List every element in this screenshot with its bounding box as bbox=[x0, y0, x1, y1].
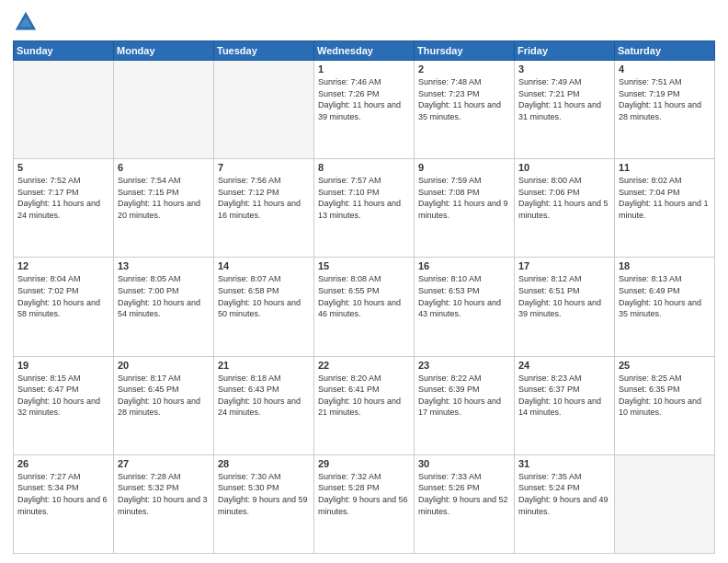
day-cell: 9Sunrise: 7:59 AM Sunset: 7:08 PM Daylig… bbox=[415, 159, 515, 258]
week-row-4: 26Sunrise: 7:27 AM Sunset: 5:34 PM Dayli… bbox=[14, 454, 715, 553]
day-info: Sunrise: 8:12 AM Sunset: 6:51 PM Dayligh… bbox=[518, 273, 610, 319]
day-cell: 23Sunrise: 8:22 AM Sunset: 6:39 PM Dayli… bbox=[415, 356, 515, 454]
day-info: Sunrise: 8:05 AM Sunset: 7:00 PM Dayligh… bbox=[118, 273, 210, 319]
day-number: 23 bbox=[418, 360, 510, 371]
day-info: Sunrise: 7:54 AM Sunset: 7:15 PM Dayligh… bbox=[118, 175, 210, 221]
day-number: 14 bbox=[218, 260, 310, 271]
calendar-table: SundayMondayTuesdayWednesdayThursdayFrid… bbox=[13, 40, 715, 554]
day-cell bbox=[14, 61, 114, 159]
day-info: Sunrise: 8:04 AM Sunset: 7:02 PM Dayligh… bbox=[17, 273, 109, 319]
day-cell: 17Sunrise: 8:12 AM Sunset: 6:51 PM Dayli… bbox=[515, 258, 615, 356]
day-cell: 29Sunrise: 7:32 AM Sunset: 5:28 PM Dayli… bbox=[314, 454, 415, 553]
logo bbox=[13, 9, 42, 35]
logo-icon bbox=[13, 9, 39, 35]
day-number: 27 bbox=[118, 458, 210, 469]
day-cell: 20Sunrise: 8:17 AM Sunset: 6:45 PM Dayli… bbox=[114, 356, 214, 454]
day-cell: 16Sunrise: 8:10 AM Sunset: 6:53 PM Dayli… bbox=[415, 258, 515, 356]
day-info: Sunrise: 8:17 AM Sunset: 6:45 PM Dayligh… bbox=[118, 373, 210, 419]
day-number: 26 bbox=[17, 458, 109, 469]
day-info: Sunrise: 7:33 AM Sunset: 5:26 PM Dayligh… bbox=[418, 471, 510, 517]
day-cell: 3Sunrise: 7:49 AM Sunset: 7:21 PM Daylig… bbox=[515, 61, 615, 159]
weekday-sunday: Sunday bbox=[14, 41, 114, 61]
day-info: Sunrise: 8:25 AM Sunset: 6:35 PM Dayligh… bbox=[619, 373, 711, 419]
day-info: Sunrise: 7:57 AM Sunset: 7:10 PM Dayligh… bbox=[318, 175, 410, 221]
day-cell: 25Sunrise: 8:25 AM Sunset: 6:35 PM Dayli… bbox=[615, 356, 715, 454]
day-cell: 10Sunrise: 8:00 AM Sunset: 7:06 PM Dayli… bbox=[515, 159, 615, 258]
day-number: 2 bbox=[418, 63, 510, 75]
day-cell: 13Sunrise: 8:05 AM Sunset: 7:00 PM Dayli… bbox=[114, 258, 214, 356]
day-info: Sunrise: 8:15 AM Sunset: 6:47 PM Dayligh… bbox=[17, 373, 109, 419]
weekday-thursday: Thursday bbox=[415, 41, 515, 61]
day-info: Sunrise: 7:28 AM Sunset: 5:32 PM Dayligh… bbox=[118, 471, 210, 517]
day-cell: 15Sunrise: 8:08 AM Sunset: 6:55 PM Dayli… bbox=[314, 258, 415, 356]
day-cell: 18Sunrise: 8:13 AM Sunset: 6:49 PM Dayli… bbox=[615, 258, 715, 356]
day-cell: 30Sunrise: 7:33 AM Sunset: 5:26 PM Dayli… bbox=[415, 454, 515, 553]
day-info: Sunrise: 8:18 AM Sunset: 6:43 PM Dayligh… bbox=[218, 373, 310, 419]
day-info: Sunrise: 8:20 AM Sunset: 6:41 PM Dayligh… bbox=[318, 373, 410, 419]
weekday-friday: Friday bbox=[515, 41, 615, 61]
day-info: Sunrise: 7:46 AM Sunset: 7:26 PM Dayligh… bbox=[318, 76, 410, 122]
day-number: 22 bbox=[318, 360, 410, 371]
day-number: 3 bbox=[518, 63, 610, 75]
day-number: 24 bbox=[518, 360, 610, 371]
week-row-0: 1Sunrise: 7:46 AM Sunset: 7:26 PM Daylig… bbox=[14, 61, 715, 159]
weekday-tuesday: Tuesday bbox=[214, 41, 314, 61]
day-cell: 6Sunrise: 7:54 AM Sunset: 7:15 PM Daylig… bbox=[114, 159, 214, 258]
weekday-header-row: SundayMondayTuesdayWednesdayThursdayFrid… bbox=[14, 41, 715, 61]
day-number: 31 bbox=[518, 458, 610, 469]
day-info: Sunrise: 7:56 AM Sunset: 7:12 PM Dayligh… bbox=[218, 175, 310, 221]
day-cell: 31Sunrise: 7:35 AM Sunset: 5:24 PM Dayli… bbox=[515, 454, 615, 553]
weekday-monday: Monday bbox=[114, 41, 214, 61]
day-info: Sunrise: 7:52 AM Sunset: 7:17 PM Dayligh… bbox=[17, 175, 109, 221]
day-info: Sunrise: 8:22 AM Sunset: 6:39 PM Dayligh… bbox=[418, 373, 510, 419]
day-number: 6 bbox=[118, 162, 210, 173]
week-row-2: 12Sunrise: 8:04 AM Sunset: 7:02 PM Dayli… bbox=[14, 258, 715, 356]
week-row-3: 19Sunrise: 8:15 AM Sunset: 6:47 PM Dayli… bbox=[14, 356, 715, 454]
day-number: 17 bbox=[518, 260, 610, 271]
day-cell bbox=[114, 61, 214, 159]
day-number: 10 bbox=[518, 162, 610, 173]
day-cell: 1Sunrise: 7:46 AM Sunset: 7:26 PM Daylig… bbox=[314, 61, 415, 159]
day-cell: 22Sunrise: 8:20 AM Sunset: 6:41 PM Dayli… bbox=[314, 356, 415, 454]
day-info: Sunrise: 8:00 AM Sunset: 7:06 PM Dayligh… bbox=[518, 175, 610, 221]
day-number: 8 bbox=[318, 162, 410, 173]
day-cell: 19Sunrise: 8:15 AM Sunset: 6:47 PM Dayli… bbox=[14, 356, 114, 454]
day-number: 16 bbox=[418, 260, 510, 271]
day-info: Sunrise: 7:30 AM Sunset: 5:30 PM Dayligh… bbox=[218, 471, 310, 517]
day-cell: 11Sunrise: 8:02 AM Sunset: 7:04 PM Dayli… bbox=[615, 159, 715, 258]
day-info: Sunrise: 8:07 AM Sunset: 6:58 PM Dayligh… bbox=[218, 273, 310, 319]
day-info: Sunrise: 7:32 AM Sunset: 5:28 PM Dayligh… bbox=[318, 471, 410, 517]
weekday-wednesday: Wednesday bbox=[314, 41, 415, 61]
day-number: 5 bbox=[17, 162, 109, 173]
day-number: 1 bbox=[318, 63, 410, 75]
day-number: 11 bbox=[619, 162, 711, 173]
day-cell: 27Sunrise: 7:28 AM Sunset: 5:32 PM Dayli… bbox=[114, 454, 214, 553]
day-number: 15 bbox=[318, 260, 410, 271]
day-info: Sunrise: 7:49 AM Sunset: 7:21 PM Dayligh… bbox=[518, 76, 610, 122]
day-info: Sunrise: 8:23 AM Sunset: 6:37 PM Dayligh… bbox=[518, 373, 610, 419]
day-cell: 8Sunrise: 7:57 AM Sunset: 7:10 PM Daylig… bbox=[314, 159, 415, 258]
day-cell: 12Sunrise: 8:04 AM Sunset: 7:02 PM Dayli… bbox=[14, 258, 114, 356]
week-row-1: 5Sunrise: 7:52 AM Sunset: 7:17 PM Daylig… bbox=[14, 159, 715, 258]
header bbox=[13, 9, 715, 35]
day-cell: 2Sunrise: 7:48 AM Sunset: 7:23 PM Daylig… bbox=[415, 61, 515, 159]
day-cell bbox=[615, 454, 715, 553]
day-cell bbox=[214, 61, 314, 159]
day-number: 28 bbox=[218, 458, 310, 469]
day-info: Sunrise: 8:02 AM Sunset: 7:04 PM Dayligh… bbox=[619, 175, 711, 221]
day-number: 4 bbox=[619, 63, 711, 75]
day-info: Sunrise: 7:48 AM Sunset: 7:23 PM Dayligh… bbox=[418, 76, 510, 122]
day-cell: 14Sunrise: 8:07 AM Sunset: 6:58 PM Dayli… bbox=[214, 258, 314, 356]
day-number: 19 bbox=[17, 360, 109, 371]
day-number: 9 bbox=[418, 162, 510, 173]
day-info: Sunrise: 8:10 AM Sunset: 6:53 PM Dayligh… bbox=[418, 273, 510, 319]
day-info: Sunrise: 7:59 AM Sunset: 7:08 PM Dayligh… bbox=[418, 175, 510, 221]
day-cell: 5Sunrise: 7:52 AM Sunset: 7:17 PM Daylig… bbox=[14, 159, 114, 258]
day-cell: 4Sunrise: 7:51 AM Sunset: 7:19 PM Daylig… bbox=[615, 61, 715, 159]
day-number: 29 bbox=[318, 458, 410, 469]
day-number: 13 bbox=[118, 260, 210, 271]
day-number: 12 bbox=[17, 260, 109, 271]
weekday-saturday: Saturday bbox=[615, 41, 715, 61]
day-cell: 7Sunrise: 7:56 AM Sunset: 7:12 PM Daylig… bbox=[214, 159, 314, 258]
day-info: Sunrise: 7:35 AM Sunset: 5:24 PM Dayligh… bbox=[518, 471, 610, 517]
